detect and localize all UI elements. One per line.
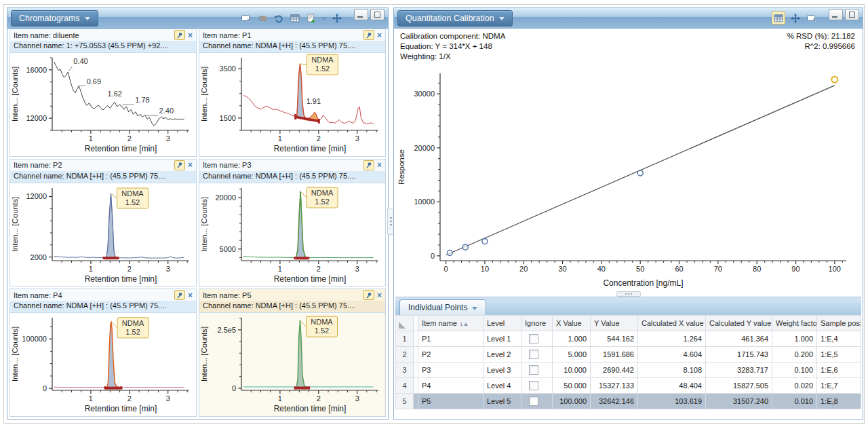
- column-header[interactable]: Weight factor: [772, 316, 817, 331]
- chromatogram-panel-p4: Item name: P4 × Channel name: NDMA [+H] …: [9, 289, 197, 417]
- svg-text:20: 20: [519, 265, 528, 273]
- column-header[interactable]: Level: [484, 316, 521, 331]
- cell-x-value: 50.000: [553, 378, 591, 394]
- cell-level: Level 3: [484, 363, 521, 378]
- calibration-plot[interactable]: 01020304050607080901000100002000030000Co…: [397, 64, 859, 291]
- individual-points-tab[interactable]: Individual Points: [399, 299, 486, 316]
- chromatogram-panel-p2: Item name: P2 × Channel name: NDMA [+H] …: [9, 159, 197, 287]
- cell-y-value: 32642.146: [591, 394, 638, 409]
- cell-sample-position: 1:E,6: [817, 363, 861, 378]
- panel-splitter[interactable]: [387, 7, 393, 418]
- pin-icon[interactable]: [174, 290, 185, 300]
- column-header[interactable]: X Value: [553, 316, 591, 331]
- column-header[interactable]: Item name1: [418, 316, 484, 331]
- ignore-checkbox[interactable]: [529, 396, 538, 406]
- svg-text:70: 70: [714, 265, 722, 273]
- pin-icon[interactable]: [174, 30, 185, 40]
- pin-icon[interactable]: [363, 160, 374, 170]
- export-icon[interactable]: [305, 12, 317, 24]
- svg-text:2.5e5: 2.5e5: [217, 326, 236, 334]
- svg-text:12000: 12000: [26, 192, 47, 200]
- svg-text:NDMA: NDMA: [311, 56, 334, 64]
- edit-display-icon[interactable]: [806, 12, 818, 24]
- move-icon[interactable]: [789, 12, 802, 24]
- table-row[interactable]: 4P4Level 450.00015327.13348.40415827.505…: [396, 378, 861, 394]
- minimize-button[interactable]: [354, 9, 368, 20]
- move-icon[interactable]: [331, 12, 343, 24]
- item-name-label: Item name: P3: [203, 161, 252, 169]
- cell-ignore[interactable]: [521, 363, 553, 378]
- svg-text:3500: 3500: [220, 64, 236, 73]
- svg-text:1: 1: [278, 134, 282, 143]
- table-row[interactable]: 3P3Level 310.0002690.4428.1083283.7170.1…: [396, 363, 861, 378]
- select-all-corner[interactable]: [396, 316, 414, 331]
- cell-ignore[interactable]: [521, 347, 553, 363]
- cell-sample-position: 1:E,5: [817, 347, 861, 363]
- individual-points-table: Item name1LevelIgnoreX ValueY ValueCalcu…: [395, 315, 861, 409]
- pin-icon[interactable]: [174, 160, 185, 170]
- chromatograms-title-button[interactable]: Chromatograms: [11, 10, 98, 26]
- table-row[interactable]: 1P1Level 11.000544.1621.264461.3641.0001…: [396, 331, 861, 347]
- table-row[interactable]: 2P2Level 25.0001591.6864.6041715.7430.20…: [396, 347, 861, 363]
- svg-text:2.40: 2.40: [159, 107, 174, 115]
- cell-ignore[interactable]: [521, 394, 553, 409]
- minimize-button[interactable]: [829, 9, 843, 20]
- chromatogram-panel-p3: Item name: P3 × Channel name: NDMA [+H] …: [199, 159, 386, 287]
- column-header[interactable]: Ignore: [521, 316, 553, 331]
- chart-table-splitter-grip[interactable]: [616, 291, 641, 297]
- svg-text:80: 80: [753, 265, 761, 273]
- quantitation-calibration-title-button[interactable]: Quantitation Calibration: [397, 10, 513, 26]
- channel-name-label: Channel name: 1: +75.0553 (45.5 PPM) +92…: [10, 41, 196, 53]
- column-header[interactable]: Calculated X value: [638, 316, 706, 331]
- cell-weight-factor: 0.200: [772, 347, 817, 363]
- close-icon[interactable]: ×: [188, 161, 193, 169]
- cell-sample-position: 1:E,4: [817, 331, 861, 347]
- row-number[interactable]: 5: [396, 394, 414, 409]
- close-icon[interactable]: ×: [188, 291, 193, 299]
- edit-display-icon[interactable]: [240, 12, 252, 24]
- link-icon[interactable]: [256, 12, 269, 24]
- chromatograms-panel: Chromatograms Item name: diluente × Chan…: [7, 7, 389, 420]
- undo-icon[interactable]: [273, 12, 285, 24]
- svg-text:40: 40: [597, 265, 606, 273]
- table-icon[interactable]: [772, 12, 785, 24]
- ignore-checkbox[interactable]: [529, 365, 538, 375]
- ignore-checkbox[interactable]: [529, 334, 538, 344]
- export-dropdown-caret-icon[interactable]: [321, 17, 327, 20]
- table-row[interactable]: 5P5Level 5100.00032642.146103.61931507.2…: [396, 394, 861, 409]
- cell-ignore[interactable]: [521, 378, 553, 394]
- chromatogram-panel-p5: Item name: P5 × Channel name: NDMA [+H] …: [199, 289, 386, 417]
- item-name-label: Item name: P2: [14, 161, 62, 169]
- chromatogram-plot-p2[interactable]: 123200012000Retention time [min]Inten...…: [10, 183, 196, 286]
- ignore-checkbox[interactable]: [529, 381, 538, 390]
- calibration-toolbar: [772, 9, 859, 27]
- close-icon[interactable]: ×: [377, 31, 382, 39]
- chromatogram-plot-p4[interactable]: 1230100000Retention time [min]Inten... […: [10, 313, 196, 416]
- svg-text:Retention time [min]: Retention time [min]: [85, 404, 157, 413]
- column-header[interactable]: Sample position: [817, 316, 861, 331]
- svg-text:1.52: 1.52: [315, 64, 330, 73]
- row-number[interactable]: 3: [396, 363, 414, 378]
- chromatogram-plot-p3[interactable]: 123500020000Retention time [min]Inten...…: [199, 183, 385, 286]
- chromatogram-plot-diluente[interactable]: 1231200016000Retention time [min]Inten..…: [10, 53, 196, 156]
- chromatogram-plot-p5[interactable]: 12302.5e5Retention time [min]Inten... [C…: [199, 313, 385, 416]
- svg-text:0: 0: [431, 252, 435, 260]
- maximize-button[interactable]: [370, 9, 384, 20]
- close-icon[interactable]: ×: [377, 291, 382, 299]
- close-icon[interactable]: ×: [377, 161, 382, 169]
- close-icon[interactable]: ×: [188, 31, 193, 39]
- ignore-checkbox[interactable]: [529, 350, 538, 359]
- pin-icon[interactable]: [363, 30, 374, 40]
- column-header[interactable]: Calculated Y value: [706, 316, 772, 331]
- row-number[interactable]: 1: [396, 331, 414, 347]
- cell-ignore[interactable]: [521, 331, 553, 347]
- row-number[interactable]: 4: [396, 378, 414, 394]
- table-icon[interactable]: [289, 12, 301, 24]
- row-number[interactable]: 2: [396, 347, 414, 363]
- column-header[interactable]: Y Value: [591, 316, 638, 331]
- svg-text:2000: 2000: [31, 253, 47, 261]
- pin-icon[interactable]: [363, 290, 374, 300]
- chromatogram-plot-p1[interactable]: 12315003500Retention time [min]Inten... …: [199, 53, 385, 156]
- maximize-button[interactable]: [845, 9, 859, 20]
- individual-points-table-wrap: Item name1LevelIgnoreX ValueY ValueCalcu…: [395, 315, 861, 417]
